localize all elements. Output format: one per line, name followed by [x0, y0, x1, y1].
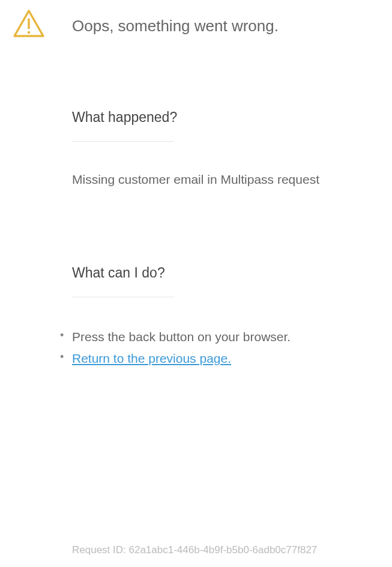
warning-icon	[12, 8, 46, 38]
svg-point-1	[28, 31, 30, 34]
list-item: • Press the back button on your browser.	[72, 326, 380, 348]
divider	[72, 141, 174, 142]
request-id: Request ID: 62a1abc1-446b-4b9f-b5b0-6adb…	[72, 544, 317, 556]
request-id-value: 62a1abc1-446b-4b9f-b5b0-6adb0c77f827	[129, 544, 318, 556]
bullet-icon: •	[60, 326, 64, 345]
divider	[72, 297, 174, 297]
return-link[interactable]: Return to the previous page.	[72, 351, 231, 365]
what-happened-heading: What happened?	[72, 109, 380, 126]
error-message: Missing customer email in Multipass requ…	[72, 171, 380, 188]
what-can-i-do-heading: What can I do?	[72, 265, 380, 281]
page-title: Oops, something went wrong.	[72, 17, 279, 35]
bullet-icon: •	[60, 348, 64, 366]
action-text: Press the back button on your browser.	[72, 330, 291, 344]
list-item: • Return to the previous page.	[72, 348, 380, 369]
request-id-label: Request ID:	[72, 544, 129, 556]
